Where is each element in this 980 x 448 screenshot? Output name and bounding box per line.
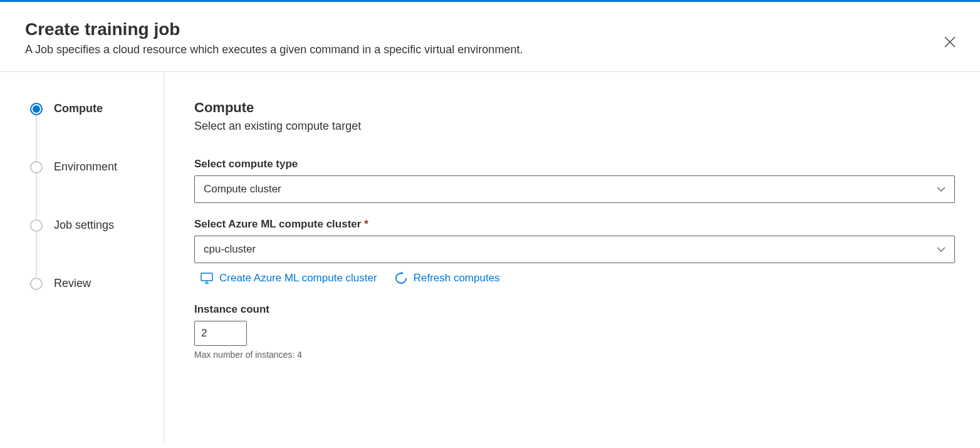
- close-button[interactable]: [940, 32, 960, 52]
- step-label: Compute: [54, 102, 103, 115]
- desktop-icon: [201, 273, 213, 284]
- instance-count-input[interactable]: [194, 321, 247, 346]
- create-cluster-text: Create Azure ML compute cluster: [219, 272, 377, 284]
- compute-cluster-label-text: Select Azure ML compute cluster: [194, 218, 361, 230]
- step-review[interactable]: Review: [30, 277, 151, 290]
- instance-count-label: Instance count: [194, 303, 955, 316]
- compute-type-label: Select compute type: [194, 158, 955, 170]
- step-indicator-icon: [30, 219, 43, 232]
- wizard-sidebar: Compute Environment Job settings Review: [0, 72, 164, 443]
- step-indicator-icon: [30, 278, 43, 290]
- step-indicator-icon: [30, 103, 43, 115]
- wizard-main: Compute Select an existing compute targe…: [164, 72, 980, 443]
- refresh-icon: [395, 272, 407, 284]
- compute-cluster-label: Select Azure ML compute cluster *: [194, 218, 955, 231]
- step-connector: [36, 174, 37, 219]
- compute-type-value: Compute cluster: [204, 183, 281, 195]
- step-connector: [36, 232, 37, 277]
- refresh-computes-link[interactable]: Refresh computes: [395, 272, 500, 284]
- create-cluster-link[interactable]: Create Azure ML compute cluster: [201, 272, 377, 284]
- step-label: Environment: [54, 160, 117, 174]
- svg-rect-2: [201, 273, 212, 281]
- step-connector: [36, 115, 37, 160]
- instance-count-hint: Max number of instances: 4: [194, 350, 955, 360]
- compute-cluster-dropdown[interactable]: cpu-cluster: [194, 236, 955, 263]
- chevron-down-icon: [937, 243, 946, 256]
- step-label: Review: [54, 277, 91, 290]
- step-environment[interactable]: Environment: [30, 160, 151, 174]
- dialog-title: Create training job: [25, 19, 955, 39]
- dialog-subtitle: A Job specifies a cloud resource which e…: [25, 43, 955, 56]
- section-title: Compute: [194, 100, 955, 116]
- step-label: Job settings: [54, 219, 114, 232]
- cluster-actions-row: Create Azure ML compute cluster Refresh …: [194, 272, 955, 284]
- section-subtitle: Select an existing compute target: [194, 120, 955, 133]
- compute-type-dropdown[interactable]: Compute cluster: [194, 175, 955, 203]
- dialog-body: Compute Environment Job settings Review …: [0, 72, 980, 443]
- step-compute[interactable]: Compute: [30, 102, 151, 115]
- required-asterisk: *: [364, 218, 368, 230]
- compute-cluster-value: cpu-cluster: [204, 243, 256, 256]
- refresh-computes-text: Refresh computes: [414, 272, 500, 284]
- close-icon: [944, 36, 956, 48]
- step-indicator-icon: [30, 161, 43, 174]
- dialog-header: Create training job A Job specifies a cl…: [0, 2, 980, 72]
- chevron-down-icon: [937, 183, 946, 195]
- step-job-settings[interactable]: Job settings: [30, 219, 151, 232]
